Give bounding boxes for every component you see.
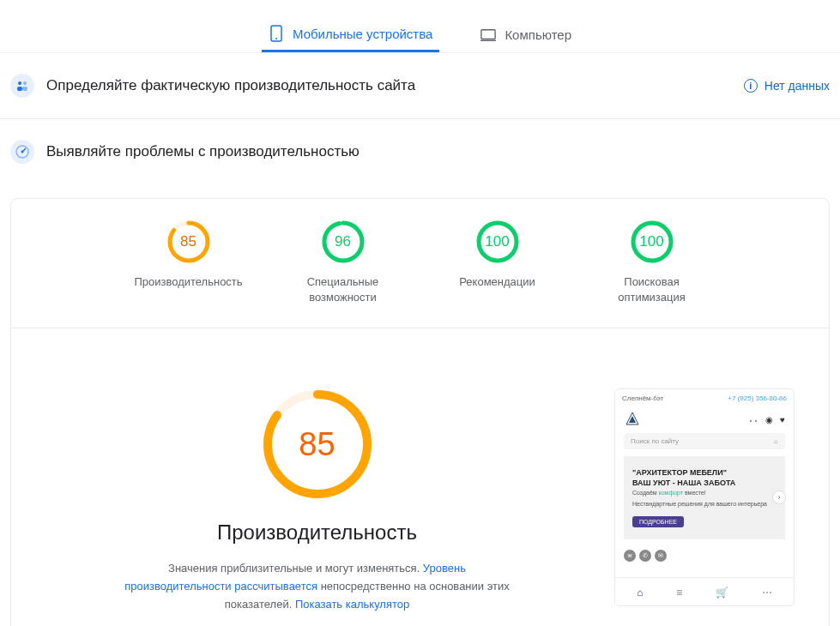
gauge-label: Рекомендации	[459, 274, 535, 290]
gauge-ring: 100	[475, 220, 520, 264]
preview-search-placeholder: Поиск по сайту	[631, 437, 679, 445]
gauge-score: 100	[485, 233, 509, 250]
search-icon: ⌕	[774, 437, 778, 445]
carousel-next-icon: ›	[772, 491, 786, 504]
tab-desktop[interactable]: Компьютер	[474, 17, 578, 52]
gauge-score: 100	[639, 233, 663, 250]
tab-mobile-label: Мобильные устройства	[293, 27, 432, 41]
mobile-icon	[269, 26, 284, 41]
cart-icon: 🛒	[716, 587, 728, 599]
svg-point-5	[23, 81, 27, 85]
gauge-label: Специальные возможности	[287, 274, 399, 305]
users-icon	[10, 74, 34, 98]
info-icon: i	[744, 79, 758, 93]
tab-mobile[interactable]: Мобильные устройства	[262, 17, 439, 52]
gauge-ring: 100	[630, 220, 674, 264]
home-icon: ⌂	[637, 587, 643, 599]
metrics-card: 85Производительность96Специальные возмож…	[10, 198, 830, 626]
gauge-score: 96	[335, 233, 351, 250]
performance-title: Производительность	[217, 521, 417, 545]
user-icon: ◉	[765, 415, 773, 424]
telegram-icon: ✆	[639, 550, 651, 562]
preview-location: Слепнём-бэт	[622, 394, 663, 402]
gauge-2[interactable]: 100Рекомендации	[442, 220, 553, 305]
svg-rect-7	[22, 87, 27, 91]
hero-cta-button: ПОДРОБНЕЕ	[632, 516, 684, 527]
show-calculator-link[interactable]: Показать калькулятор	[295, 598, 409, 611]
preview-phone: +7 (925) 356-80-66	[728, 394, 787, 402]
svg-rect-6	[17, 87, 22, 91]
field-data-section: Определяйте фактическую производительнос…	[0, 53, 840, 118]
svg-point-1	[275, 38, 277, 39]
gauge-1[interactable]: 96Специальные возможности	[287, 220, 399, 305]
vk-icon: w	[624, 550, 636, 562]
preview-topbar: Слепнём-бэт +7 (925) 356-80-66	[615, 389, 794, 407]
gauge-score: 85	[180, 233, 196, 250]
heart-icon: ♥	[780, 415, 785, 424]
desktop-icon	[480, 27, 496, 43]
performance-left: 85 Производительность Значения приблизит…	[45, 388, 589, 626]
bars-icon: ⬪⬪	[748, 415, 758, 424]
site-preview: Слепнём-бэт +7 (925) 356-80-66 ⬪⬪ ◉ ♥ По…	[614, 388, 795, 605]
performance-big-gauge: 85	[262, 388, 373, 500]
svg-point-10	[21, 151, 24, 153]
gauge-0[interactable]: 85Производительность	[133, 220, 245, 305]
gauge-icon	[10, 140, 34, 164]
tab-desktop-label: Компьютер	[505, 27, 571, 42]
no-data-indicator[interactable]: i Нет данных	[744, 79, 830, 93]
desc-text-1: Значения приблизительные и могут изменят…	[168, 562, 423, 575]
gauge-label: Производительность	[134, 274, 242, 290]
gauge-label: Поисковая оптимизация	[596, 274, 708, 305]
hero-tagline: Создаём комфорт вместе!	[632, 489, 777, 497]
performance-section: 85 Производительность Значения приблизит…	[28, 328, 812, 626]
gauge-ring: 85	[166, 220, 211, 264]
hero-title-2: ВАШ УЮТ - НАША ЗАБОТА	[632, 479, 777, 487]
preview-hero: "АРХИТЕКТОР МЕБЕЛИ" ВАШ УЮТ - НАША ЗАБОТ…	[624, 456, 785, 539]
svg-point-4	[18, 81, 21, 85]
performance-description: Значения приблизительные и могут изменят…	[120, 560, 515, 613]
preview-bottom-nav: ⌂ ≡ 🛒 ⋯	[615, 577, 794, 605]
whatsapp-icon: ✉	[655, 550, 667, 562]
preview-logo-mark	[624, 411, 641, 428]
lab-data-title: Выявляйте проблемы с производительностью	[46, 143, 830, 160]
gauge-3[interactable]: 100Поисковая оптимизация	[596, 220, 708, 305]
preview-search: Поиск по сайту ⌕	[624, 433, 785, 449]
chat-icon: ⋯	[762, 587, 772, 599]
performance-score: 85	[299, 426, 335, 463]
no-data-label: Нет данных	[764, 79, 830, 93]
preview-social: w ✆ ✉	[615, 546, 794, 565]
hero-subtitle: Нестандартные решения для вашего интерье…	[632, 500, 777, 508]
preview-header: ⬪⬪ ◉ ♥	[615, 407, 794, 430]
gauge-ring: 96	[321, 220, 366, 264]
preview-header-icons: ⬪⬪ ◉ ♥	[748, 415, 785, 424]
lab-data-section: Выявляйте проблемы с производительностью	[0, 119, 840, 184]
field-data-title: Определяйте фактическую производительнос…	[46, 77, 732, 94]
device-tabs: Мобильные устройства Компьютер	[0, 0, 840, 53]
menu-icon: ≡	[676, 587, 682, 599]
gauges-row: 85Производительность96Специальные возмож…	[28, 220, 812, 328]
hero-title-1: "АРХИТЕКТОР МЕБЕЛИ"	[632, 468, 777, 477]
svg-rect-2	[481, 29, 495, 39]
